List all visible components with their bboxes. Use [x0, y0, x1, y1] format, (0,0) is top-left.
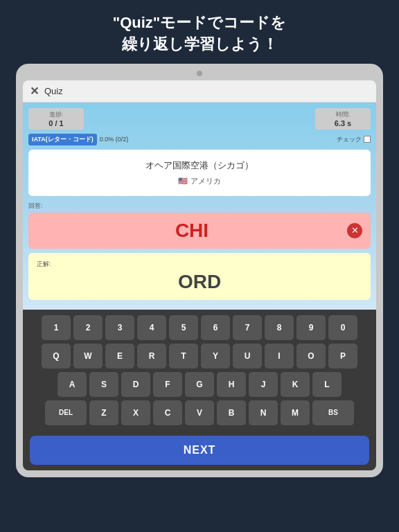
progress-label: 進捗: [35, 110, 77, 119]
wrong-answer-box: CHI ✕ [28, 213, 371, 249]
key-5[interactable]: 5 [169, 315, 198, 340]
progress-box: 進捗: 0 / 1 [28, 108, 84, 130]
key-row-a: A S D F G H J K L [26, 372, 373, 397]
key-8[interactable]: 8 [265, 315, 294, 340]
key-1[interactable]: 1 [42, 315, 71, 340]
key-g[interactable]: G [185, 372, 214, 397]
question-card: オヘア国際空港（シカゴ） 🇺🇸 アメリカ [28, 150, 371, 196]
badge-row: IATA(レター・コード) 0.0% (0/2) チェック [28, 134, 371, 145]
key-p[interactable]: P [328, 344, 357, 369]
keyboard: 1 2 3 4 5 6 7 8 9 0 Q W E R T Y U I O [23, 310, 376, 432]
key-s[interactable]: S [89, 372, 118, 397]
key-row-numbers: 1 2 3 4 5 6 7 8 9 0 [26, 315, 373, 340]
quiz-content: 進捗: 0 / 1 時間: 6.3 s IATA(レター・コード) 0.0% (… [23, 103, 376, 310]
key-u[interactable]: U [233, 344, 262, 369]
wrong-icon: ✕ [347, 223, 362, 238]
key-bs[interactable]: BS [312, 400, 354, 425]
close-button[interactable]: ✕ [30, 85, 39, 98]
key-2[interactable]: 2 [73, 315, 103, 340]
key-m[interactable]: M [281, 400, 310, 425]
key-7[interactable]: 7 [233, 315, 262, 340]
correct-label: 正解: [37, 260, 362, 269]
screen-title: Quiz [44, 86, 63, 96]
key-row-z: DEL Z X C V B N M BS [26, 400, 373, 425]
key-v[interactable]: V [185, 400, 214, 425]
key-l[interactable]: L [312, 372, 342, 397]
stats-row: 進捗: 0 / 1 時間: 6.3 s [28, 108, 371, 130]
wrong-answer-text: CHI [37, 220, 347, 242]
question-flag: 🇺🇸 アメリカ [37, 176, 362, 186]
key-c[interactable]: C [153, 400, 182, 425]
iata-badge: IATA(レター・コード) [28, 134, 97, 145]
page-title: "Quiz"モードでコードを 繰り返し学習しよう！ [99, 0, 301, 64]
key-9[interactable]: 9 [296, 315, 326, 340]
time-box: 時間: 6.3 s [315, 108, 371, 130]
next-button[interactable]: NEXT [30, 436, 369, 465]
key-h[interactable]: H [217, 372, 246, 397]
key-y[interactable]: Y [201, 344, 230, 369]
wrong-label: 回答: [28, 202, 371, 211]
key-0[interactable]: 0 [328, 315, 357, 340]
key-del[interactable]: DEL [45, 400, 87, 425]
time-value: 6.3 s [322, 119, 364, 127]
key-e[interactable]: E [105, 344, 134, 369]
tablet-frame: ✕ Quiz 進捗: 0 / 1 時間: 6.3 s IATA(レター・コード) [16, 64, 383, 477]
progress-value: 0 / 1 [35, 119, 77, 127]
key-q[interactable]: Q [42, 344, 71, 369]
key-f[interactable]: F [153, 372, 182, 397]
key-o[interactable]: O [296, 344, 326, 369]
correct-answer-text: ORD [37, 271, 362, 293]
key-4[interactable]: 4 [137, 315, 166, 340]
page-title-line1: "Quiz"モードでコードを [113, 14, 287, 31]
key-w[interactable]: W [73, 344, 103, 369]
screen-header: ✕ Quiz [23, 80, 376, 103]
key-d[interactable]: D [121, 372, 150, 397]
key-i[interactable]: I [265, 344, 294, 369]
key-t[interactable]: T [169, 344, 198, 369]
key-3[interactable]: 3 [105, 315, 134, 340]
key-r[interactable]: R [137, 344, 166, 369]
question-text: オヘア国際空港（シカゴ） [37, 159, 362, 172]
key-z[interactable]: Z [89, 400, 118, 425]
badge-detail: 0.0% (0/2) [100, 136, 129, 143]
key-row-q: Q W E R T Y U I O P [26, 344, 373, 369]
key-a[interactable]: A [57, 372, 87, 397]
page-title-line2: 繰り返し学習しよう！ [122, 35, 278, 53]
key-x[interactable]: X [121, 400, 150, 425]
key-n[interactable]: N [249, 400, 278, 425]
check-text: チェック [337, 135, 362, 144]
tablet-camera [197, 71, 202, 76]
badge-inner: IATA(レター・コード) 0.0% (0/2) [28, 134, 128, 145]
key-b[interactable]: B [217, 400, 246, 425]
check-label: チェック [337, 135, 371, 144]
key-j[interactable]: J [249, 372, 278, 397]
time-label: 時間: [322, 110, 364, 119]
tablet-screen: ✕ Quiz 進捗: 0 / 1 時間: 6.3 s IATA(レター・コード) [23, 80, 376, 470]
correct-answer-box: 正解: ORD [28, 253, 371, 300]
check-checkbox[interactable] [364, 136, 371, 143]
key-6[interactable]: 6 [201, 315, 230, 340]
next-button-row: NEXT [23, 432, 376, 470]
key-k[interactable]: K [281, 372, 310, 397]
